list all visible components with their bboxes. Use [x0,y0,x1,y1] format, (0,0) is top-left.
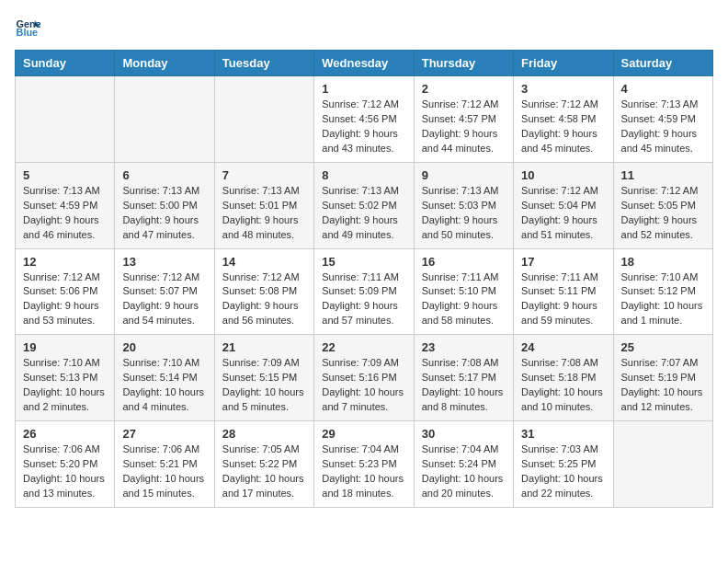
calendar-day-21: 21Sunrise: 7:09 AMSunset: 5:15 PMDayligh… [214,335,313,421]
day-number: 31 [521,427,605,441]
day-info: Sunrise: 7:13 AMSunset: 5:00 PMDaylight:… [122,184,206,243]
day-info: Sunrise: 7:13 AMSunset: 4:59 PMDaylight:… [23,184,107,243]
calendar-day-20: 20Sunrise: 7:10 AMSunset: 5:14 PMDayligh… [115,335,214,421]
day-number: 15 [322,255,405,269]
day-info: Sunrise: 7:09 AMSunset: 5:16 PMDaylight:… [322,356,405,415]
calendar-day-27: 27Sunrise: 7:06 AMSunset: 5:21 PMDayligh… [115,421,214,508]
day-number: 19 [23,340,107,354]
calendar-day-empty [613,421,712,508]
day-number: 12 [23,255,107,269]
day-info: Sunrise: 7:13 AMSunset: 5:02 PMDaylight:… [322,184,405,243]
calendar-day-2: 2Sunrise: 7:12 AMSunset: 4:57 PMDaylight… [414,76,513,163]
day-number: 3 [521,82,605,96]
calendar-day-28: 28Sunrise: 7:05 AMSunset: 5:22 PMDayligh… [214,421,313,508]
weekday-header-tuesday: Tuesday [214,51,313,76]
calendar-day-11: 11Sunrise: 7:12 AMSunset: 5:05 PMDayligh… [613,162,712,248]
logo: General Blue [15,15,42,40]
day-info: Sunrise: 7:13 AMSunset: 5:03 PMDaylight:… [422,184,506,243]
weekday-header-monday: Monday [115,51,214,76]
calendar-day-30: 30Sunrise: 7:04 AMSunset: 5:24 PMDayligh… [414,421,513,508]
calendar-day-18: 18Sunrise: 7:10 AMSunset: 5:12 PMDayligh… [613,248,712,335]
calendar-day-24: 24Sunrise: 7:08 AMSunset: 5:18 PMDayligh… [514,335,613,421]
page-header: General Blue [15,15,713,40]
calendar-week-row: 26Sunrise: 7:06 AMSunset: 5:20 PMDayligh… [16,421,713,508]
calendar-day-31: 31Sunrise: 7:03 AMSunset: 5:25 PMDayligh… [514,421,613,508]
day-number: 26 [23,427,107,441]
day-number: 5 [23,168,107,182]
day-info: Sunrise: 7:10 AMSunset: 5:14 PMDaylight:… [122,356,206,415]
day-number: 20 [122,340,206,354]
day-info: Sunrise: 7:10 AMSunset: 5:12 PMDaylight:… [621,270,705,329]
calendar-day-23: 23Sunrise: 7:08 AMSunset: 5:17 PMDayligh… [414,335,513,421]
day-number: 25 [621,340,705,354]
calendar-day-16: 16Sunrise: 7:11 AMSunset: 5:10 PMDayligh… [414,248,513,335]
day-info: Sunrise: 7:12 AMSunset: 5:07 PMDaylight:… [122,270,206,329]
calendar-day-10: 10Sunrise: 7:12 AMSunset: 5:04 PMDayligh… [514,162,613,248]
calendar-day-4: 4Sunrise: 7:13 AMSunset: 4:59 PMDaylight… [613,76,712,163]
calendar-day-14: 14Sunrise: 7:12 AMSunset: 5:08 PMDayligh… [214,248,313,335]
day-number: 9 [422,168,506,182]
day-number: 14 [222,255,306,269]
calendar-day-13: 13Sunrise: 7:12 AMSunset: 5:07 PMDayligh… [115,248,214,335]
day-number: 6 [122,168,206,182]
calendar-day-5: 5Sunrise: 7:13 AMSunset: 4:59 PMDaylight… [16,162,115,248]
day-info: Sunrise: 7:12 AMSunset: 5:05 PMDaylight:… [621,184,705,243]
calendar-day-19: 19Sunrise: 7:10 AMSunset: 5:13 PMDayligh… [16,335,115,421]
calendar-day-12: 12Sunrise: 7:12 AMSunset: 5:06 PMDayligh… [16,248,115,335]
calendar-day-empty [16,76,115,163]
day-info: Sunrise: 7:12 AMSunset: 4:56 PMDaylight:… [322,98,405,156]
weekday-header-wednesday: Wednesday [314,51,414,76]
day-number: 2 [422,82,506,96]
calendar-day-3: 3Sunrise: 7:12 AMSunset: 4:58 PMDaylight… [514,76,613,163]
day-info: Sunrise: 7:12 AMSunset: 4:58 PMDaylight:… [521,98,605,156]
day-info: Sunrise: 7:09 AMSunset: 5:15 PMDaylight:… [222,356,306,415]
weekday-header-saturday: Saturday [613,51,712,76]
day-info: Sunrise: 7:06 AMSunset: 5:21 PMDaylight:… [122,442,206,501]
day-info: Sunrise: 7:04 AMSunset: 5:23 PMDaylight:… [322,442,405,501]
day-info: Sunrise: 7:03 AMSunset: 5:25 PMDaylight:… [521,442,605,501]
day-number: 1 [322,82,405,96]
svg-text:Blue: Blue [17,27,39,38]
calendar-day-17: 17Sunrise: 7:11 AMSunset: 5:11 PMDayligh… [514,248,613,335]
calendar-week-row: 5Sunrise: 7:13 AMSunset: 4:59 PMDaylight… [16,162,713,248]
calendar-week-row: 19Sunrise: 7:10 AMSunset: 5:13 PMDayligh… [16,335,713,421]
calendar-day-22: 22Sunrise: 7:09 AMSunset: 5:16 PMDayligh… [314,335,414,421]
weekday-header-sunday: Sunday [16,51,115,76]
day-info: Sunrise: 7:12 AMSunset: 4:57 PMDaylight:… [422,98,506,156]
day-number: 21 [222,340,306,354]
day-info: Sunrise: 7:06 AMSunset: 5:20 PMDaylight:… [23,442,107,501]
day-number: 24 [521,340,605,354]
day-info: Sunrise: 7:12 AMSunset: 5:04 PMDaylight:… [521,184,605,243]
calendar-day-empty [115,76,214,163]
calendar-week-row: 12Sunrise: 7:12 AMSunset: 5:06 PMDayligh… [16,248,713,335]
logo-icon: General Blue [15,15,40,40]
day-number: 11 [621,168,705,182]
day-info: Sunrise: 7:10 AMSunset: 5:13 PMDaylight:… [23,356,107,415]
day-number: 27 [122,427,206,441]
calendar-day-15: 15Sunrise: 7:11 AMSunset: 5:09 PMDayligh… [314,248,414,335]
day-info: Sunrise: 7:12 AMSunset: 5:06 PMDaylight:… [23,270,107,329]
day-number: 30 [422,427,506,441]
day-info: Sunrise: 7:13 AMSunset: 4:59 PMDaylight:… [621,98,705,156]
calendar-day-29: 29Sunrise: 7:04 AMSunset: 5:23 PMDayligh… [314,421,414,508]
calendar-day-7: 7Sunrise: 7:13 AMSunset: 5:01 PMDaylight… [214,162,313,248]
day-info: Sunrise: 7:11 AMSunset: 5:11 PMDaylight:… [521,270,605,329]
calendar-day-25: 25Sunrise: 7:07 AMSunset: 5:19 PMDayligh… [613,335,712,421]
weekday-header-row: SundayMondayTuesdayWednesdayThursdayFrid… [16,51,713,76]
day-number: 10 [521,168,605,182]
day-info: Sunrise: 7:04 AMSunset: 5:24 PMDaylight:… [422,442,506,501]
day-number: 23 [422,340,506,354]
day-info: Sunrise: 7:11 AMSunset: 5:10 PMDaylight:… [422,270,506,329]
day-info: Sunrise: 7:11 AMSunset: 5:09 PMDaylight:… [322,270,405,329]
calendar-day-26: 26Sunrise: 7:06 AMSunset: 5:20 PMDayligh… [16,421,115,508]
calendar-table: SundayMondayTuesdayWednesdayThursdayFrid… [15,50,713,508]
day-info: Sunrise: 7:08 AMSunset: 5:17 PMDaylight:… [422,356,506,415]
calendar-day-1: 1Sunrise: 7:12 AMSunset: 4:56 PMDaylight… [314,76,414,163]
day-info: Sunrise: 7:07 AMSunset: 5:19 PMDaylight:… [621,356,705,415]
day-info: Sunrise: 7:08 AMSunset: 5:18 PMDaylight:… [521,356,605,415]
day-number: 29 [322,427,405,441]
day-number: 7 [222,168,306,182]
calendar-day-empty [214,76,313,163]
day-number: 8 [322,168,405,182]
weekday-header-friday: Friday [514,51,613,76]
